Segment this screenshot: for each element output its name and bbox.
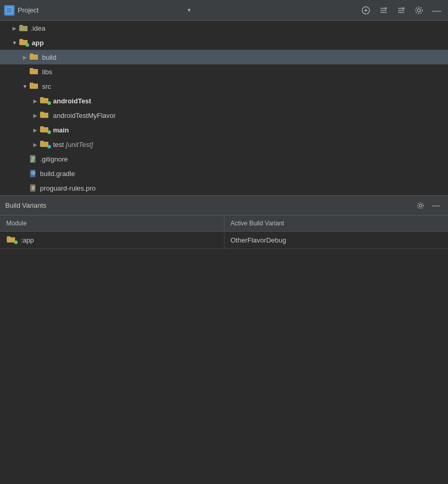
svg-point-26 bbox=[419, 204, 421, 207]
panel-minimize-button[interactable]: — bbox=[429, 199, 443, 212]
variant-cell[interactable]: OtherFlavorDebug bbox=[224, 232, 448, 249]
panel-title: Build Variants bbox=[5, 201, 414, 209]
chevron-right-icon-main: ▶ bbox=[31, 126, 39, 134]
svg-rect-1 bbox=[6, 7, 9, 14]
empty-area bbox=[0, 249, 448, 484]
panel-actions: — bbox=[414, 199, 443, 212]
tree-item-libs[interactable]: libs bbox=[0, 64, 448, 79]
chevron-right-icon-build: ▶ bbox=[21, 53, 29, 61]
dropdown-arrow-icon[interactable]: ▼ bbox=[187, 7, 192, 13]
minimize-button[interactable]: — bbox=[429, 3, 444, 18]
module-name: :app bbox=[21, 236, 34, 244]
tree-item-buildgradle[interactable]: build.gradle bbox=[0, 166, 448, 181]
tree-item-gitignore[interactable]: git .gitignore bbox=[0, 152, 448, 166]
tree-label-buildgradle: build.gradle bbox=[40, 170, 75, 178]
tree-item-idea[interactable]: ▶ .idea bbox=[0, 21, 448, 35]
column-header-module: Module bbox=[0, 216, 224, 232]
chevron-down-icon-src: ▼ bbox=[21, 82, 29, 90]
svg-point-12 bbox=[416, 7, 423, 14]
tree-label-app: app bbox=[32, 39, 44, 47]
chevron-right-icon-androidtest: ▶ bbox=[31, 97, 39, 105]
proguard-file-icon bbox=[29, 184, 37, 192]
chevron-down-icon-app: ▼ bbox=[10, 38, 19, 47]
tree-label-proguard: proguard-rules.pro bbox=[40, 184, 96, 192]
tree-item-main[interactable]: ▶ main bbox=[0, 123, 448, 137]
file-tree: ▶ .idea ▼ app ▶ bbox=[0, 21, 448, 195]
tree-item-app[interactable]: ▼ app bbox=[0, 35, 448, 50]
toolbar: Project ▼ bbox=[0, 0, 448, 21]
toolbar-title: Project bbox=[18, 6, 185, 14]
tree-label-test: test [unitTest] bbox=[53, 141, 93, 149]
tree-item-androidtest[interactable]: ▶ androidTest bbox=[0, 93, 448, 108]
tree-item-test[interactable]: ▶ test [unitTest] bbox=[0, 137, 448, 152]
folder-icon-libs bbox=[29, 68, 39, 76]
folder-icon-src bbox=[29, 82, 39, 90]
tree-item-src[interactable]: ▼ src bbox=[0, 79, 448, 93]
gitignore-file-icon: git bbox=[29, 155, 37, 163]
panel-header: Build Variants — bbox=[0, 196, 448, 216]
column-header-variant: Active Build Variant bbox=[224, 216, 448, 232]
tree-item-proguard[interactable]: proguard-rules.pro bbox=[0, 181, 448, 195]
svg-rect-21 bbox=[30, 184, 35, 192]
tree-label-libs: libs bbox=[42, 68, 52, 76]
tree-label-gitignore: .gitignore bbox=[40, 155, 68, 163]
chevron-right-icon-myflavor: ▶ bbox=[31, 111, 39, 119]
settings-button[interactable] bbox=[412, 3, 426, 18]
tree-item-androidtestmyflavor[interactable]: ▶ androidTestMyFlavor bbox=[0, 108, 448, 123]
variant-value: OtherFlavorDebug bbox=[231, 236, 286, 244]
folder-icon-app bbox=[19, 38, 29, 47]
module-cell: :app bbox=[0, 232, 224, 249]
chevron-right-icon-test: ▶ bbox=[31, 140, 39, 149]
svg-point-27 bbox=[417, 203, 423, 208]
tree-label-androidtest: androidTest bbox=[53, 97, 91, 105]
project-window-icon bbox=[4, 5, 15, 16]
expand-all-button[interactable] bbox=[394, 3, 409, 18]
folder-icon-idea bbox=[19, 24, 28, 32]
chevron-right-icon: ▶ bbox=[10, 24, 19, 32]
variants-table: Module Active Build Variant bbox=[0, 216, 448, 249]
tree-label-idea: .idea bbox=[31, 24, 45, 32]
tree-label-androidtestmyflavor: androidTestMyFlavor bbox=[53, 112, 116, 119]
toolbar-actions: — bbox=[359, 3, 444, 18]
collapse-all-button[interactable] bbox=[376, 3, 391, 18]
gradle-file-icon bbox=[29, 169, 37, 178]
svg-point-11 bbox=[417, 9, 420, 12]
main-layout: Project ▼ bbox=[0, 0, 448, 484]
table-row: :app OtherFlavorDebug bbox=[0, 232, 448, 249]
build-variants-panel: Build Variants — Module Active Build Var… bbox=[0, 195, 448, 249]
tree-item-build[interactable]: ▶ build bbox=[0, 50, 448, 64]
panel-settings-button[interactable] bbox=[414, 199, 427, 212]
svg-point-20 bbox=[33, 172, 34, 173]
tree-label-main: main bbox=[53, 126, 69, 134]
add-button[interactable] bbox=[359, 3, 373, 18]
folder-icon-build bbox=[29, 53, 39, 61]
tree-label-build: build bbox=[42, 53, 56, 61]
tree-label-src: src bbox=[42, 83, 51, 90]
